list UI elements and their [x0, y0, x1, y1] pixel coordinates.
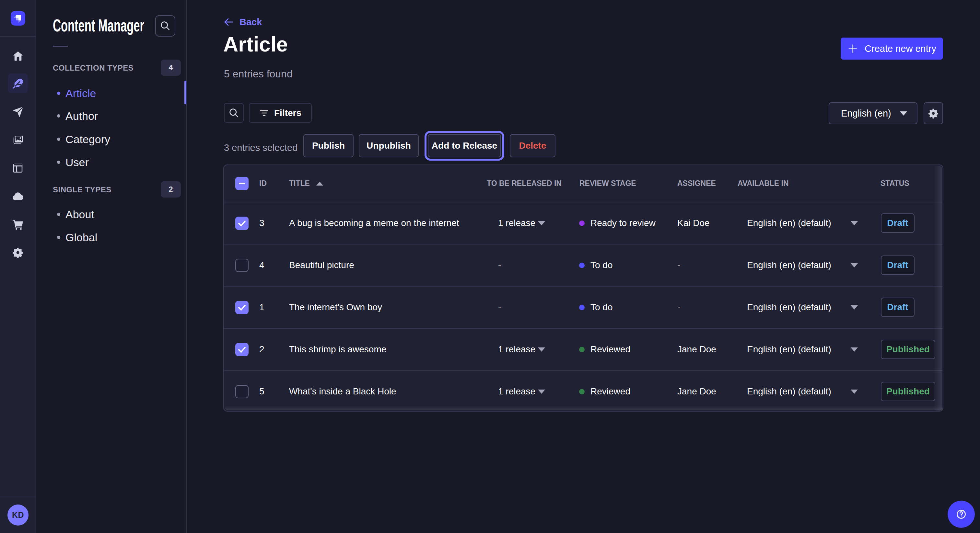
svg-text:Content Manager: Content Manager — [53, 16, 144, 35]
